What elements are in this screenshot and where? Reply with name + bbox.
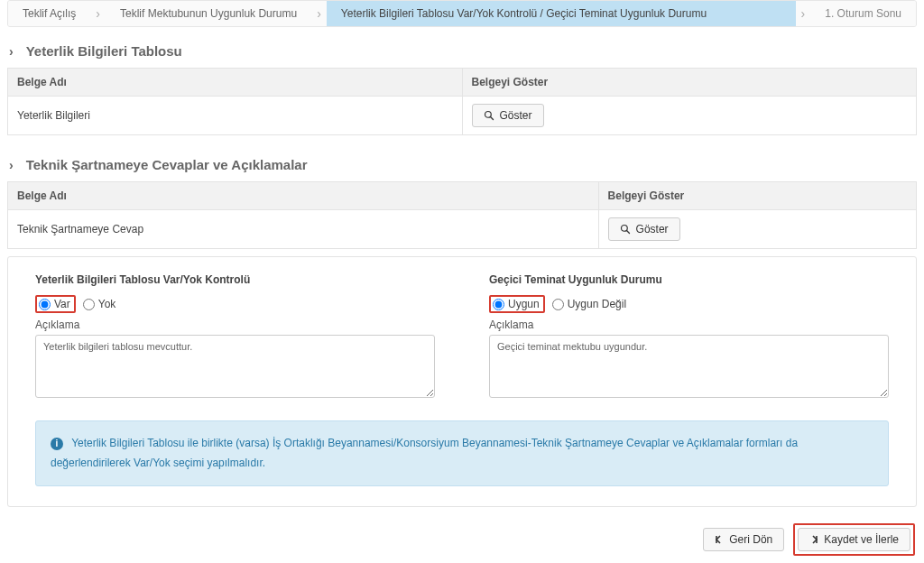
bc-step-teklif-acilis[interactable]: Teklif Açılış (8, 1, 90, 26)
radio-label-text: Uygun Değil (568, 298, 626, 310)
search-icon (484, 110, 494, 121)
radio-uygun-degil-label[interactable]: Uygun Değil (552, 298, 626, 310)
table-header-row: Belge Adı Belgeyi Göster (8, 69, 917, 97)
radio-label-text: Uygun (508, 298, 540, 310)
radio-yok-label[interactable]: Yok (83, 298, 116, 310)
col-belge-adi: Belge Adı (8, 182, 599, 210)
kaydet-ilerle-button[interactable]: Kaydet ve İlerle (798, 528, 910, 551)
cell-action: Göster (598, 210, 916, 249)
bc-step-oturum-sonu[interactable]: 1. Oturum Sonu (810, 1, 916, 26)
cell-belge-adi: Yeterlik Bilgileri (8, 97, 463, 135)
info-text: Yeterlik Bilgileri Tablosu ile birlikte … (51, 437, 798, 469)
section-title: Teknik Şartnameye Cevaplar ve Açıklamala… (26, 157, 308, 172)
cell-action: Göster (462, 97, 917, 135)
section-header-yeterlik[interactable]: › Yeterlik Bilgileri Tablosu (7, 27, 917, 68)
info-box: i Yeterlik Bilgileri Tablosu ile birlikt… (35, 420, 889, 486)
geri-don-button[interactable]: Geri Dön (703, 528, 784, 551)
radio-var-label[interactable]: Var (39, 298, 70, 310)
radio-group-varyok: Var Yok (35, 295, 435, 313)
bc-step-mektup-uygunluk[interactable]: Teklif Mektubunun Uygunluk Durumu (106, 1, 311, 26)
search-icon (620, 224, 631, 235)
chevron-right-icon: › (9, 44, 14, 59)
left-title: Yeterlik Bilgileri Tablosu Var/Yok Kontr… (35, 273, 435, 286)
highlight-box: Kaydet ve İlerle (793, 523, 915, 556)
chevron-right-icon: › (90, 1, 106, 26)
footer-actions: Geri Dön Kaydet ve İlerle (7, 507, 917, 559)
radio-var[interactable] (39, 299, 51, 310)
table-yeterlik: Belge Adı Belgeyi Göster Yeterlik Bilgil… (7, 68, 917, 135)
chevron-right-icon: › (9, 158, 14, 172)
chevron-right-icon: › (796, 1, 811, 26)
radio-group-uygun: Uygun Uygun Değil (489, 295, 889, 313)
explain-label: Açıklama (489, 318, 889, 331)
radio-uygun-degil[interactable] (552, 299, 564, 310)
radio-label-text: Yok (98, 298, 116, 310)
goster-button[interactable]: Göster (608, 217, 680, 241)
section-title: Yeterlik Bilgileri Tablosu (26, 43, 182, 59)
section-header-teknik[interactable]: › Teknik Şartnameye Cevaplar ve Açıklama… (7, 141, 917, 181)
radio-label-text: Var (54, 298, 70, 310)
col-belgeyi-goster: Belgeyi Göster (462, 69, 917, 97)
bc-step-yeterlik-kontrol[interactable]: Yeterlik Bilgileri Tablosu Var/Yok Kontr… (327, 1, 796, 26)
form-left-col: Yeterlik Bilgileri Tablosu Var/Yok Kontr… (35, 273, 435, 401)
prev-icon (715, 535, 724, 544)
form-right-col: Geçici Teminat Uygunluk Durumu Uygun Uyg… (489, 273, 889, 401)
svg-line-3 (626, 231, 629, 234)
table-teknik: Belge Adı Belgeyi Göster Teknik Şartname… (7, 181, 917, 249)
svg-line-1 (490, 117, 493, 120)
table-row: Yeterlik Bilgileri Göster (8, 97, 917, 135)
col-belge-adi: Belge Adı (8, 69, 463, 97)
radio-yok[interactable] (83, 299, 95, 310)
highlight-box: Uygun (489, 295, 545, 313)
table-header-row: Belge Adı Belgeyi Göster (8, 182, 917, 210)
next-icon (809, 535, 818, 544)
explain-label: Açıklama (35, 318, 435, 331)
button-label: Göster (636, 223, 669, 235)
col-belgeyi-goster: Belgeyi Göster (598, 182, 916, 210)
radio-uygun-label[interactable]: Uygun (493, 298, 540, 310)
button-label: Göster (500, 109, 532, 122)
radio-uygun[interactable] (493, 299, 504, 310)
form-panel: Yeterlik Bilgileri Tablosu Var/Yok Kontr… (7, 256, 917, 507)
explain-textarea-right[interactable] (489, 335, 889, 398)
info-icon: i (51, 438, 63, 450)
right-title: Geçici Teminat Uygunluk Durumu (489, 273, 889, 286)
chevron-right-icon: › (311, 1, 327, 26)
goster-button[interactable]: Göster (472, 104, 544, 127)
cell-belge-adi: Teknik Şartnameye Cevap (8, 210, 599, 249)
button-label: Kaydet ve İlerle (824, 533, 899, 546)
table-row: Teknik Şartnameye Cevap Göster (8, 210, 917, 249)
breadcrumb: Teklif Açılış › Teklif Mektubunun Uygunl… (7, 0, 917, 27)
button-label: Geri Dön (729, 533, 772, 546)
explain-textarea-left[interactable] (35, 335, 435, 398)
highlight-box: Var (35, 295, 76, 313)
